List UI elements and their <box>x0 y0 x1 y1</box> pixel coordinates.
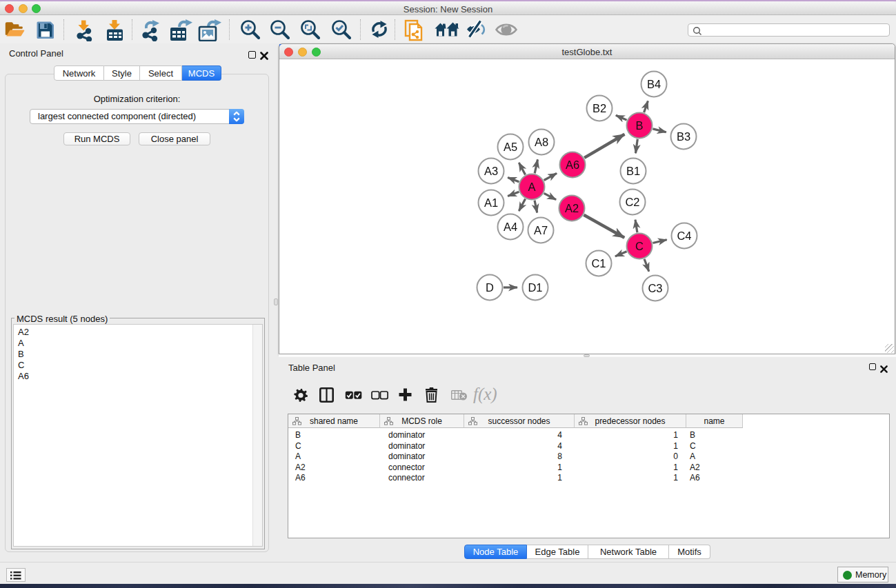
svg-text:A: A <box>528 181 535 193</box>
svg-text:A1: A1 <box>484 196 498 209</box>
svg-text:B2: B2 <box>593 102 606 114</box>
svg-text:A3: A3 <box>484 165 498 177</box>
svg-text:A2: A2 <box>565 202 579 214</box>
svg-text:A6: A6 <box>566 159 579 171</box>
svg-text:B1: B1 <box>626 165 640 177</box>
svg-text:A4: A4 <box>504 221 517 233</box>
svg-text:D: D <box>486 281 494 294</box>
svg-text:C4: C4 <box>677 230 691 242</box>
svg-text:B: B <box>635 119 643 132</box>
svg-text:A7: A7 <box>534 224 548 236</box>
svg-text:B3: B3 <box>677 130 690 143</box>
svg-text:A8: A8 <box>535 136 548 148</box>
svg-text:A5: A5 <box>504 141 517 153</box>
svg-text:B4: B4 <box>647 78 661 90</box>
svg-text:D1: D1 <box>528 281 542 294</box>
svg-text:C: C <box>635 240 644 252</box>
svg-text:C1: C1 <box>591 257 606 270</box>
svg-text:C2: C2 <box>625 196 639 208</box>
svg-text:C3: C3 <box>648 282 662 294</box>
